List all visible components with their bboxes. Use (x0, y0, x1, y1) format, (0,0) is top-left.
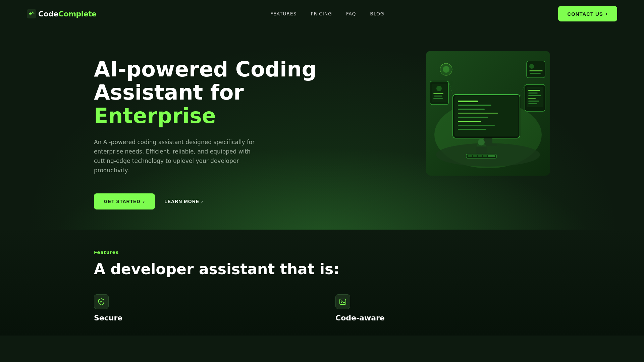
svg-rect-37 (483, 155, 487, 157)
contact-us-button[interactable]: CONTACT US › (558, 6, 617, 21)
svg-rect-23 (528, 103, 537, 104)
hero-subtitle: An AI-powered coding assistant designed … (94, 137, 268, 175)
svg-point-42 (529, 64, 534, 69)
svg-rect-43 (529, 70, 543, 71)
svg-rect-35 (473, 155, 477, 157)
get-started-button[interactable]: GET STARTED › (94, 193, 155, 209)
svg-rect-11 (458, 121, 481, 122)
hero-buttons: GET STARTED › LEARN MORE › (94, 193, 329, 209)
svg-rect-14 (484, 138, 492, 145)
logo[interactable]: CodeComplete (27, 9, 97, 18)
svg-rect-28 (434, 96, 442, 97)
svg-rect-8 (458, 109, 485, 110)
svg-rect-20 (528, 95, 541, 96)
svg-point-40 (443, 66, 449, 73)
nav-links: FEATURES PRICING FAQ BLOG (270, 11, 384, 16)
svg-rect-34 (468, 155, 472, 157)
features-label: Features (94, 250, 550, 255)
svg-rect-6 (458, 101, 478, 102)
contact-chevron-icon: › (606, 11, 608, 17)
svg-point-26 (436, 86, 442, 91)
svg-rect-9 (458, 113, 498, 114)
nav-link-faq[interactable]: FAQ (346, 11, 356, 16)
hero-illustration (426, 51, 550, 176)
svg-point-31 (478, 139, 485, 145)
feature-name-secure: Secure (94, 314, 122, 322)
terminal-icon (339, 298, 346, 305)
svg-rect-10 (458, 117, 488, 118)
nav-link-blog[interactable]: BLOG (370, 11, 384, 16)
svg-rect-36 (478, 155, 482, 157)
svg-rect-13 (458, 129, 486, 130)
navbar: CodeComplete FEATURES PRICING FAQ BLOG C… (0, 0, 644, 27)
terminal-icon-box (335, 294, 350, 309)
features-heading: A developer assistant that is: (94, 260, 550, 278)
secure-icon-box (94, 294, 109, 309)
logo-icon (27, 9, 36, 18)
nav-link-pricing[interactable]: PRICING (311, 11, 332, 16)
svg-rect-18 (528, 90, 540, 91)
svg-rect-22 (528, 101, 539, 102)
svg-rect-41 (527, 61, 545, 78)
svg-rect-21 (528, 98, 536, 99)
hero-content: AI-powered Coding Assistant for Enterpri… (94, 48, 329, 209)
hero-svg (426, 51, 550, 176)
feature-card-code: Code-aware (335, 294, 550, 322)
svg-rect-12 (458, 125, 495, 126)
shield-icon (98, 298, 105, 305)
hero-section: AI-powered Coding Assistant for Enterpri… (0, 27, 644, 230)
get-started-chevron-icon: › (143, 199, 145, 204)
svg-rect-27 (433, 93, 443, 94)
nav-link-features[interactable]: FEATURES (270, 11, 297, 16)
features-grid: Secure Code-aware (94, 294, 550, 322)
hero-title: AI-powered Coding Assistant for Enterpri… (94, 58, 329, 127)
learn-more-chevron-icon: › (201, 199, 203, 204)
learn-more-button[interactable]: LEARN MORE › (164, 199, 203, 204)
svg-rect-38 (488, 155, 495, 157)
feature-name-code: Code-aware (335, 314, 385, 322)
svg-rect-47 (340, 299, 346, 304)
svg-rect-7 (458, 105, 491, 106)
logo-text: CodeComplete (38, 10, 97, 18)
feature-card-secure: Secure (94, 294, 309, 322)
svg-rect-19 (528, 93, 538, 94)
features-section: Features A developer assistant that is: … (0, 230, 644, 336)
svg-rect-29 (433, 98, 443, 99)
svg-rect-44 (530, 73, 541, 74)
